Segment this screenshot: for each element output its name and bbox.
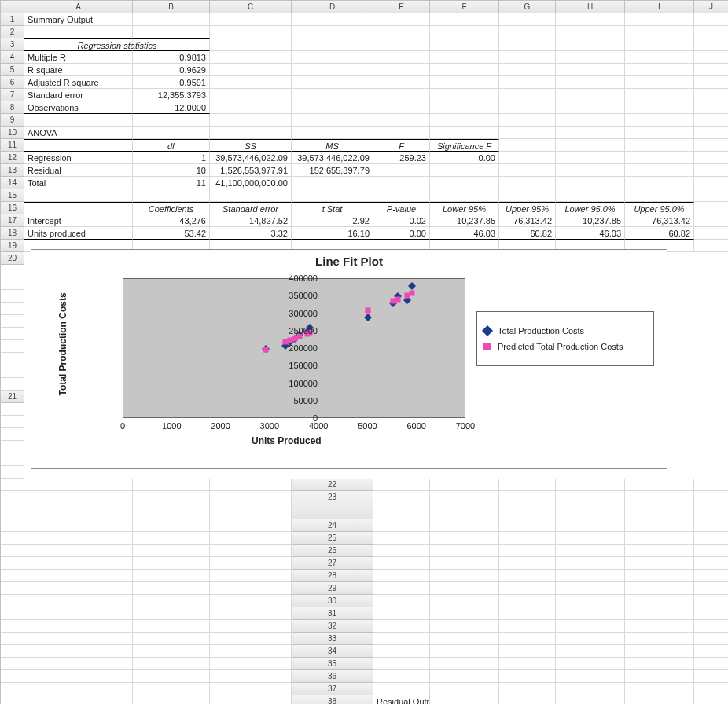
cell-H24[interactable] [24,532,133,544]
cell-G20[interactable] [1,340,24,353]
cell-E14[interactable] [373,177,430,189]
cell-C28[interactable] [499,570,556,582]
cell-E11[interactable]: F [373,139,430,152]
cell-J26[interactable] [210,557,292,570]
cell-B4[interactable]: 0.9813 [133,51,210,64]
cell-I12[interactable] [625,152,694,164]
cell-F33[interactable] [694,632,728,645]
col-header-B[interactable]: B [133,1,210,13]
cell-A27[interactable] [373,557,430,570]
cell-A5[interactable]: R square [24,64,133,76]
cell-I37[interactable] [133,695,210,704]
cell-B24[interactable] [430,519,499,532]
row-header-1[interactable]: 1 [1,13,24,26]
cell-B36[interactable] [430,670,499,683]
cell-H12[interactable] [556,152,625,164]
cell-G9[interactable] [499,114,556,126]
cell-G13[interactable] [499,164,556,177]
cell-B12[interactable]: 1 [133,152,210,164]
cell-C20[interactable] [1,290,24,302]
chart-container[interactable]: Line Fit PlotTotal Production CostsUnits… [24,252,728,478]
cell-E15[interactable] [373,189,430,202]
col-header-E[interactable]: E [373,1,430,13]
cell-B28[interactable] [430,570,499,582]
cell-I26[interactable] [133,557,210,570]
row-header-9[interactable]: 9 [1,114,24,126]
cell-I9[interactable] [625,114,694,126]
cell-J21[interactable] [210,478,292,491]
row-header-36[interactable]: 36 [292,670,373,683]
cell-F8[interactable] [430,101,499,114]
cell-G24[interactable] [1,532,24,544]
cell-F20[interactable] [1,328,24,340]
cell-H2[interactable] [556,26,625,38]
cell-D34[interactable] [556,645,625,658]
cell-J13[interactable] [694,164,728,177]
cell-A7[interactable]: Standard error [24,89,133,101]
cell-H27[interactable] [24,570,133,582]
cell-G11[interactable] [499,139,556,152]
cell-F24[interactable] [694,519,728,532]
cell-H18[interactable]: 46.03 [556,227,625,240]
cell-A24[interactable] [373,519,430,532]
cell-I8[interactable] [625,101,694,114]
cell-F14[interactable] [430,177,499,189]
cell-A30[interactable] [373,595,430,607]
cell-A3[interactable]: Regression statistics [24,38,133,51]
cell-E29[interactable] [625,582,694,595]
cell-E17[interactable]: 0.02 [373,214,430,227]
cell-D26[interactable] [556,544,625,557]
cell-I33[interactable] [133,645,210,658]
col-header-G[interactable]: G [499,1,556,13]
cell-C21[interactable] [1,428,24,441]
cell-E9[interactable] [373,114,430,126]
cell-H26[interactable] [24,557,133,570]
cell-H23[interactable] [24,519,133,532]
cell-D8[interactable] [292,101,373,114]
cell-A11[interactable] [24,139,133,152]
cell-C1[interactable] [210,13,292,26]
cell-J20[interactable] [1,378,24,390]
row-header-14[interactable]: 14 [1,177,24,189]
cell-F12[interactable]: 0.00 [430,152,499,164]
cell-D12[interactable]: 39,573,446,022.09 [292,152,373,164]
cell-I3[interactable] [625,38,694,51]
cell-D28[interactable] [556,570,625,582]
row-header-30[interactable]: 30 [292,595,373,607]
col-header-D[interactable]: D [292,1,373,13]
row-header-16[interactable]: 16 [1,202,24,214]
cell-E36[interactable] [625,670,694,683]
row-header-6[interactable]: 6 [1,76,24,89]
cell-C15[interactable] [210,189,292,202]
row-header-24[interactable]: 24 [292,519,373,532]
cell-I13[interactable] [625,164,694,177]
cell-H13[interactable] [556,164,625,177]
cell-E12[interactable]: 259.23 [373,152,430,164]
row-header-11[interactable]: 11 [1,139,24,152]
cell-B16[interactable]: Coefficients [133,202,210,214]
cell-E2[interactable] [373,26,430,38]
cell-G28[interactable] [1,582,24,595]
cell-C23[interactable] [499,491,556,519]
cell-H10[interactable] [556,126,625,139]
cell-E10[interactable] [373,126,430,139]
row-header-17[interactable]: 17 [1,214,24,227]
cell-B13[interactable]: 10 [133,164,210,177]
cell-D10[interactable] [292,126,373,139]
cell-H15[interactable] [556,189,625,202]
cell-C10[interactable] [210,126,292,139]
cell-B38[interactable] [430,695,499,704]
cell-F21[interactable] [1,466,24,478]
col-header-C[interactable]: C [210,1,292,13]
cell-F25[interactable] [694,532,728,544]
col-header-A[interactable]: A [24,1,133,13]
cell-I20[interactable] [1,365,24,378]
cell-H20[interactable] [1,353,24,365]
cell-D32[interactable] [556,620,625,632]
cell-J22[interactable] [210,491,292,519]
cell-A1[interactable]: Summary Output [24,13,133,26]
cell-A35[interactable] [373,658,430,670]
cell-G30[interactable] [1,607,24,620]
col-header-H[interactable]: H [556,1,625,13]
cell-B8[interactable]: 12.0000 [133,101,210,114]
